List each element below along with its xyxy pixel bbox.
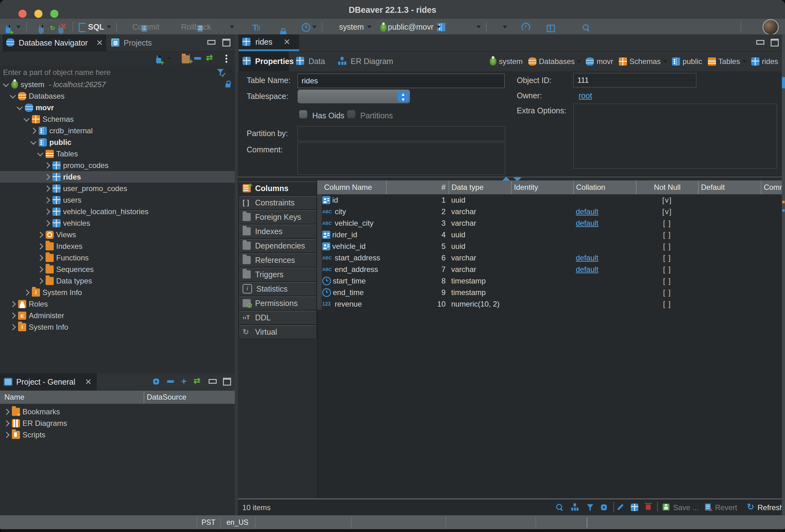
chevron-down-icon[interactable] <box>3 81 9 87</box>
side-tab-virtual[interactable]: ↻Virtual <box>238 325 316 339</box>
tablespace-select[interactable]: ▲▼ <box>298 90 410 103</box>
tree-item-views[interactable]: Views <box>0 229 235 240</box>
extra-options-textarea[interactable] <box>573 104 777 169</box>
close-icon[interactable]: ✕ <box>96 34 103 51</box>
active-datasource-dropdown-icon[interactable] <box>367 26 372 31</box>
tree-item-connection[interactable]: system - localhost:26257 <box>0 79 235 90</box>
sql-editor-button[interactable]: SQL <box>88 19 104 34</box>
cell-notnull[interactable]: [ ] <box>636 265 698 274</box>
minimize-view-icon[interactable] <box>207 40 216 45</box>
compact-mode-dropdown-icon[interactable] <box>477 26 481 31</box>
column-header-datatype[interactable]: Data type <box>449 180 511 194</box>
table-row[interactable]: ABCcity 2 varchar default [v] <box>317 206 783 217</box>
project-item-bookmarks[interactable]: Bookmarks <box>0 406 235 417</box>
tab-rides-editor[interactable]: rides ✕ <box>238 34 299 51</box>
project-item-er-diagrams[interactable]: ER Diagrams <box>0 417 235 429</box>
tree-item-promo-codes[interactable]: promo_codes <box>0 159 235 171</box>
transaction-mode-icon[interactable] <box>252 24 260 32</box>
tab-database-navigator[interactable]: Database Navigator ✕ <box>2 34 106 51</box>
dashboard-icon[interactable] <box>522 23 530 31</box>
cell-notnull[interactable]: [ ] <box>636 288 698 297</box>
tree-item-roles[interactable]: Roles <box>0 298 235 310</box>
chevron-down-icon[interactable] <box>577 60 581 65</box>
chevron-down-icon[interactable] <box>17 104 23 110</box>
delete-icon[interactable] <box>646 505 651 510</box>
subtab-properties[interactable]: Properties <box>239 52 289 71</box>
editor-scrollbar[interactable] <box>782 34 785 515</box>
refresh-icon[interactable]: ↻ <box>747 503 754 511</box>
new-folder-icon[interactable] <box>182 55 190 64</box>
cell-notnull[interactable]: [ ] <box>636 219 698 228</box>
tree-item-users[interactable]: users <box>0 194 235 206</box>
has-oids-checkbox[interactable] <box>299 110 307 118</box>
grid-filter-icon[interactable] <box>587 504 593 511</box>
revert-icon[interactable] <box>705 504 711 510</box>
chevron-right-icon[interactable] <box>37 266 43 273</box>
breadcrumb-item[interactable]: Databases <box>539 57 575 66</box>
table-row[interactable]: id 1 uuid [v] <box>317 194 783 206</box>
breadcrumb-item[interactable]: public <box>683 57 702 66</box>
collapse-all-icon[interactable] <box>167 380 174 383</box>
chevron-down-icon[interactable] <box>30 138 36 145</box>
chevron-right-icon[interactable] <box>37 243 43 250</box>
subtab-er-diagram[interactable]: ER Diagram <box>336 52 395 71</box>
column-header-collation[interactable]: Collation <box>573 180 636 194</box>
table-row[interactable]: 123revenue 10 numeric(10, 2) [ ] <box>317 298 783 310</box>
link-with-editor-icon[interactable]: ⇄ <box>206 53 213 62</box>
side-tab-constraints[interactable]: [ ]Constraints <box>238 196 316 210</box>
status-locale[interactable]: en_US <box>220 515 255 530</box>
chevron-right-icon[interactable] <box>37 232 43 238</box>
new-connection-dropdown-icon[interactable] <box>16 26 21 31</box>
column-header-ordinal[interactable]: # <box>386 180 449 194</box>
side-tab-statistics[interactable]: iStatistics <box>238 282 316 296</box>
table-row[interactable]: ABCvehicle_city 3 varchar default [ ] <box>317 217 783 229</box>
column-header-default[interactable]: Default <box>698 180 761 194</box>
cell-notnull[interactable]: [v] <box>636 207 698 216</box>
chevron-down-icon[interactable] <box>37 150 43 156</box>
tree-item-vehicles[interactable]: vehicles <box>0 217 235 229</box>
object-id-input[interactable] <box>573 73 696 87</box>
close-icon[interactable]: ✕ <box>85 373 92 390</box>
breadcrumb-item[interactable]: movr <box>597 57 613 66</box>
chevron-right-icon[interactable] <box>44 162 50 169</box>
new-connection-icon[interactable] <box>6 27 10 33</box>
grid-diagram-icon[interactable] <box>571 503 579 512</box>
tree-item-crdb-internal[interactable]: crdb_internal <box>0 125 235 136</box>
side-tab-references[interactable]: References <box>238 253 316 267</box>
collapse-all-icon[interactable] <box>194 57 201 60</box>
chevron-right-icon[interactable] <box>3 420 10 427</box>
breadcrumb-item[interactable]: system <box>499 57 523 66</box>
table-row[interactable]: end_time 9 timestamp [ ] <box>317 287 783 298</box>
chevron-right-icon[interactable] <box>10 301 16 307</box>
tree-item-administer[interactable]: c Administer <box>0 310 235 321</box>
refresh-button[interactable]: Refresh <box>758 499 784 516</box>
tree-item-schemas[interactable]: Schemas <box>0 113 235 125</box>
disconnect-icon[interactable]: ✕ <box>59 21 67 31</box>
tree-item-system-info[interactable]: i System Info <box>0 287 235 298</box>
chevron-right-icon[interactable] <box>37 278 43 284</box>
project-item-scripts[interactable]: Scripts <box>0 429 235 440</box>
owner-link[interactable]: root <box>579 91 592 100</box>
breadcrumb-item[interactable]: Schemas <box>630 57 661 66</box>
tab-project-general[interactable]: Project - General ✕ <box>0 373 97 390</box>
grid-columns-icon[interactable] <box>631 504 638 512</box>
filter-dropdown-icon[interactable] <box>228 70 232 75</box>
new-connection-icon[interactable] <box>156 58 161 64</box>
transaction-log-dropdown-icon[interactable] <box>312 26 316 31</box>
table-row[interactable]: vehicle_id 5 uuid [ ] <box>317 240 783 252</box>
minimize-view-icon[interactable] <box>209 379 217 384</box>
sql-editor-dropdown-icon[interactable] <box>107 26 111 31</box>
comment-textarea[interactable] <box>298 142 505 175</box>
tree-item-system-info-root[interactable]: i System Info <box>0 321 235 333</box>
chevron-right-icon[interactable] <box>10 324 16 330</box>
chevron-down-icon[interactable] <box>663 60 667 65</box>
side-tab-foreign-keys[interactable]: Foreign Keys <box>238 210 316 224</box>
commit-button[interactable]: Commit <box>132 19 159 34</box>
chevron-down-icon[interactable] <box>10 93 16 99</box>
tree-item-sequences[interactable]: Sequences <box>0 263 235 275</box>
cell-collation[interactable]: default <box>573 265 636 274</box>
table-row[interactable]: ABCend_address 7 varchar default [ ] <box>317 263 783 275</box>
maximize-editor-icon[interactable] <box>770 39 779 47</box>
scrollbar-thumb[interactable] <box>782 77 785 88</box>
save-icon[interactable] <box>663 504 669 510</box>
